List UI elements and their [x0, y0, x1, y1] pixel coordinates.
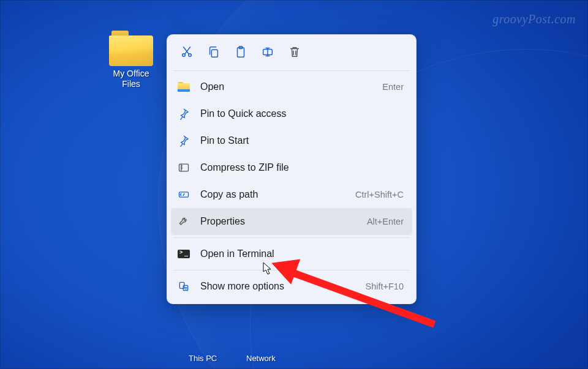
desktop-label-network[interactable]: Network: [246, 354, 276, 363]
menu-item-label: Open: [200, 81, 382, 92]
cut-button[interactable]: [175, 41, 199, 63]
menu-item-label: Copy as path: [200, 189, 355, 200]
trash-icon: [288, 45, 301, 59]
wrench-icon: [177, 215, 190, 228]
menu-item-label: Compress to ZIP file: [200, 162, 404, 173]
more-options-icon: [177, 280, 190, 293]
desktop-folder-my-office-files[interactable]: My Office Files: [102, 31, 160, 89]
menu-item-open[interactable]: Open Enter: [171, 73, 412, 100]
terminal-icon: [177, 247, 190, 261]
delete-button[interactable]: [282, 41, 307, 63]
menu-item-label: Properties: [200, 216, 367, 227]
menu-item-shortcut: Shift+F10: [366, 281, 404, 291]
menu-item-label: Pin to Quick access: [200, 108, 404, 119]
zip-icon: [177, 161, 190, 174]
separator: [173, 270, 410, 270]
menu-item-show-more-options[interactable]: Show more options Shift+F10: [171, 273, 412, 300]
rename-button[interactable]: [255, 41, 280, 63]
folder-icon: [109, 31, 153, 66]
menu-item-shortcut: Enter: [382, 82, 404, 92]
pin-icon: [177, 134, 190, 147]
desktop[interactable]: groovyPost.com My Office Files: [0, 0, 588, 369]
context-menu: Open Enter Pin to Quick access Pin to St…: [167, 34, 417, 304]
folder-label: My Office Files: [102, 69, 160, 89]
clipboard-icon: [234, 45, 247, 59]
paste-button[interactable]: [228, 41, 253, 63]
svg-rect-2: [211, 50, 217, 57]
watermark-text: groovyPost.com: [492, 12, 576, 26]
desktop-label-this-pc[interactable]: This PC: [189, 354, 217, 363]
menu-item-label: Show more options: [200, 281, 366, 292]
folder-open-icon: [177, 80, 190, 94]
path-icon: [177, 188, 190, 201]
pin-icon: [177, 107, 190, 121]
menu-item-properties[interactable]: Properties Alt+Enter: [171, 208, 412, 235]
menu-item-compress-zip[interactable]: Compress to ZIP file: [171, 154, 412, 181]
context-menu-toolbar: [171, 39, 412, 68]
separator: [173, 70, 410, 71]
rename-icon: [261, 45, 274, 59]
menu-item-open-terminal[interactable]: Open in Terminal: [171, 240, 412, 267]
svg-rect-6: [179, 164, 189, 171]
menu-item-pin-start[interactable]: Pin to Start: [171, 127, 412, 154]
menu-item-pin-quick-access[interactable]: Pin to Quick access: [171, 100, 412, 127]
copy-icon: [207, 45, 221, 59]
separator: [173, 237, 410, 238]
menu-item-shortcut: Ctrl+Shift+C: [355, 190, 404, 199]
menu-item-shortcut: Alt+Enter: [367, 217, 404, 226]
scissors-icon: [180, 45, 194, 59]
copy-button[interactable]: [202, 41, 226, 63]
menu-item-label: Pin to Start: [200, 135, 404, 146]
menu-item-copy-as-path[interactable]: Copy as path Ctrl+Shift+C: [171, 181, 412, 208]
menu-item-label: Open in Terminal: [200, 248, 404, 259]
